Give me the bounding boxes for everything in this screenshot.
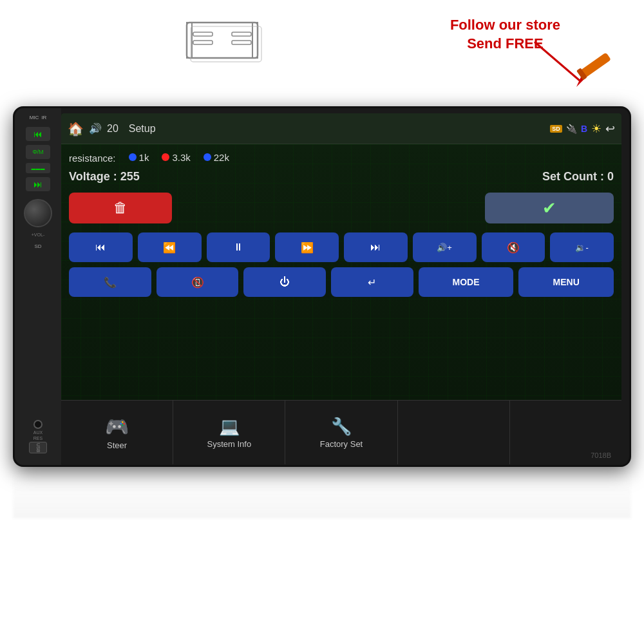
res1-value: 1k <box>139 152 149 163</box>
fast-forward-button[interactable]: ⏩ <box>275 232 339 262</box>
sd-icon: SD <box>550 125 562 133</box>
vol-down-button[interactable]: 🔉- <box>550 232 614 262</box>
svg-line-8 <box>535 42 580 80</box>
screen: 🏠 🔊 20 Setup SD 🔌 B ☀ ↩ resistance: 1k 3… <box>61 113 621 464</box>
bluetooth-icon: B <box>581 124 587 134</box>
aux-jack[interactable] <box>33 420 43 429</box>
confirm-icon: ✔ <box>542 198 556 218</box>
tab-steer[interactable]: 🎮 Steer <box>61 401 173 464</box>
call-button[interactable]: 📞 <box>69 267 151 297</box>
vol-up-button[interactable]: 🔊+ <box>413 232 477 262</box>
stereo-unit: MIC IR ⏮ Φ/M ▬▬▬ ⏭ +VOL- SD AUX RES USB … <box>13 106 631 467</box>
enter-button[interactable]: ↵ <box>331 267 413 297</box>
set-count-text: Set Count : 0 <box>542 170 614 184</box>
play-pause-button[interactable]: ⏸ <box>207 232 270 262</box>
info-row: Voltage : 255 Set Count : 0 <box>69 170 614 184</box>
usb-icon: 🔌 <box>566 124 577 134</box>
mic-ir-labels: MIC IR <box>30 115 47 120</box>
bottom-tabs: 🎮 Steer 💻 System Info 🔧 Factory Set <box>61 400 621 464</box>
usb-port[interactable]: USB <box>29 442 47 453</box>
resistance-row: resistance: 1k 3.3k 22k <box>69 152 614 164</box>
next-track-button[interactable]: ⏭ <box>344 232 408 262</box>
delete-icon: 🗑 <box>113 200 128 216</box>
tab-factory-set[interactable]: 🔧 Factory Set <box>285 401 397 464</box>
mode-button[interactable]: MODE <box>419 267 514 297</box>
setup-text: Setup <box>129 123 545 135</box>
arrow-annotation <box>515 35 618 102</box>
status-icons: SD 🔌 B ☀ ↩ <box>550 122 615 136</box>
res3-value: 22k <box>214 152 229 163</box>
res1-dot <box>129 153 137 161</box>
volume-knob[interactable] <box>24 199 52 227</box>
factory-set-icon: 🔧 <box>331 417 352 437</box>
status-bar: 🏠 🔊 20 Setup SD 🔌 B ☀ ↩ <box>61 113 621 144</box>
volume-icon: 🔊 <box>89 122 102 135</box>
confirm-button[interactable]: ✔ <box>485 193 614 223</box>
tab-4[interactable] <box>398 401 510 464</box>
back-icon[interactable]: ↩ <box>605 122 615 136</box>
end-call-button[interactable]: 📵 <box>156 267 239 297</box>
system-info-icon: 💻 <box>219 417 240 437</box>
scan-button[interactable]: ▬▬▬ <box>26 163 50 173</box>
main-content: resistance: 1k 3.3k 22k Voltage : 255 Se… <box>61 144 621 400</box>
left-panel: MIC IR ⏮ Φ/M ▬▬▬ ⏭ +VOL- SD AUX RES USB <box>15 108 61 465</box>
power-button[interactable]: ⏻ <box>243 267 326 297</box>
reflection <box>13 467 631 518</box>
resistance-label: resistance: <box>69 153 116 164</box>
steer-label: Steer <box>107 440 127 450</box>
delete-button[interactable]: 🗑 <box>69 193 172 223</box>
fm-button[interactable]: Φ/M <box>26 145 50 159</box>
rewind-button[interactable]: ⏪ <box>138 232 202 262</box>
system-info-label: System Info <box>207 439 251 449</box>
menu-button[interactable]: MENU <box>518 267 614 297</box>
res3-dot <box>204 153 211 161</box>
call-controls-row: 📞 📵 ⏻ ↵ MODE MENU <box>69 267 614 297</box>
home-icon[interactable]: 🏠 <box>68 121 84 137</box>
res2-dot <box>162 153 169 161</box>
volume-value: 20 <box>107 123 118 135</box>
model-number: 7018B <box>591 451 611 459</box>
action-row: 🗑 ✔ <box>69 193 614 223</box>
aux-res-area: AUX RES USB <box>29 420 47 453</box>
brightness-icon[interactable]: ☀ <box>591 122 601 136</box>
tab-system-info[interactable]: 💻 System Info <box>173 401 285 464</box>
next-button[interactable]: ⏭ <box>26 177 50 191</box>
mute-button[interactable]: 🔇 <box>482 232 545 262</box>
prev-button[interactable]: ⏮ <box>26 127 50 141</box>
voltage-text: Voltage : 255 <box>69 170 140 184</box>
prev-track-button[interactable]: ⏮ <box>69 232 133 262</box>
media-controls-row: ⏮ ⏪ ⏸ ⏩ ⏭ 🔊+ 🔇 🔉- <box>69 232 614 262</box>
controls-grid: ⏮ ⏪ ⏸ ⏩ ⏭ 🔊+ 🔇 🔉- 📞 📵 ⏻ ↵ MODE MENU <box>69 232 614 297</box>
steer-icon: 🎮 <box>105 415 129 438</box>
res2-value: 3.3k <box>172 152 190 163</box>
factory-set-label: Factory Set <box>320 439 363 449</box>
